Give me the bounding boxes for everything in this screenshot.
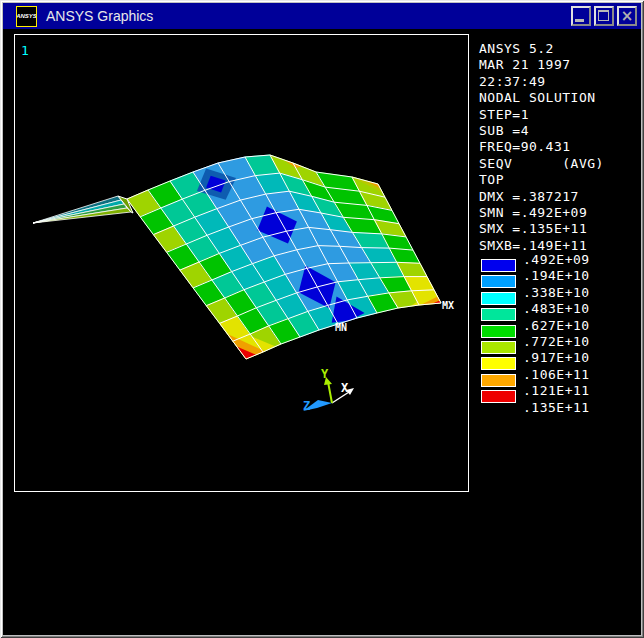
legend-value: .917E+10 [523,350,590,366]
legend-value: .492E+09 [523,252,590,268]
close-button[interactable]: × [617,6,637,26]
legend-value: .135E+11 [523,400,590,416]
minimize-icon [575,19,584,22]
legend-value: .194E+10 [523,268,590,284]
maximize-icon [598,10,609,21]
plot-viewport-frame [14,34,469,492]
ansys-app-icon[interactable]: ANSYS [16,6,37,27]
legend-color-box [481,390,516,403]
legend-value: .483E+10 [523,301,590,317]
minimize-button[interactable] [571,6,591,26]
analysis-info-panel: ANSYS 5.2MAR 21 199722:37:49NODAL SOLUTI… [479,41,639,256]
ansys-graphics-window: ANSYS ANSYS Graphics × 1 MNMXXYZ ANSYS 5… [0,0,644,638]
info-line: SUB =4 [479,123,529,139]
window-number-label: 1 [21,43,29,58]
legend-color-box [481,308,516,321]
legend-color-box [481,275,516,288]
legend-color-box [481,292,516,305]
info-line: SMN =.492E+09 [479,205,587,221]
legend-color-box [481,259,516,272]
legend-value: .627E+10 [523,318,590,334]
info-line: STEP=1 [479,107,529,123]
info-line: FREQ=90.431 [479,139,571,155]
info-line: DMX =.387217 [479,189,579,205]
maximize-button[interactable] [594,6,614,26]
legend-color-box [481,374,516,387]
contour-legend-values: .492E+09.194E+10.338E+10.483E+10.627E+10… [523,252,633,427]
legend-color-box [481,341,516,354]
legend-value: .338E+10 [523,285,590,301]
legend-color-box [481,357,516,370]
legend-value: .772E+10 [523,334,590,350]
info-line: ANSYS 5.2 [479,41,554,57]
titlebar[interactable]: ANSYS ANSYS Graphics × [3,3,641,29]
info-line: NODAL SOLUTION [479,90,596,106]
info-line: 22:37:49 [479,74,546,90]
info-line: TOP [479,172,504,188]
legend-value: .121E+11 [523,383,590,399]
info-line: SEQV (AVG) [479,156,604,172]
legend-value: .106E+11 [523,367,590,383]
contour-legend [481,259,521,419]
legend-color-box [481,325,516,338]
info-line: SMX =.135E+11 [479,221,587,237]
info-line: MAR 21 1997 [479,57,571,73]
window-title: ANSYS Graphics [46,8,571,24]
close-icon: × [621,9,634,24]
